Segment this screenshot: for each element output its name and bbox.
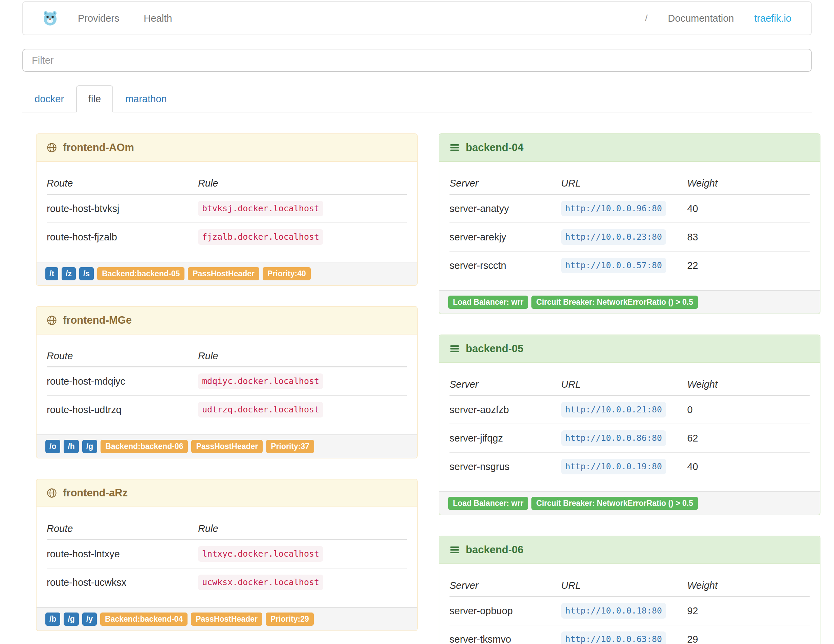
frontends-column: frontend-AOm Route Rule route-host-btvks… [36,133,418,644]
circuit-breaker-badge: Circuit Breaker: NetworkErrorRatio () > … [532,296,698,309]
filter-bar [22,49,812,72]
tab-marathon[interactable]: marathon [113,85,179,112]
server-url: http://10.0.0.21:80 [561,402,666,417]
servers-header-url: URL [561,575,687,597]
servers-table: Server URL Weight server-opbuop http://1… [449,575,810,644]
backend-panel-footer: Load Balancer: wrr Circuit Breaker: Netw… [439,491,820,515]
backend-panel-body: Server URL Weight server-anatyy http://1… [439,162,820,290]
nav-link-traefik-io[interactable]: traefik.io [754,13,791,24]
servers-header-url: URL [561,173,687,194]
server-url: http://10.0.0.57:80 [561,258,666,273]
traefik-logo[interactable] [42,10,58,26]
server-row: server-anatyy http://10.0.0.96:80 40 [449,194,810,223]
server-weight: 62 [687,424,810,452]
routes-table: Route Rule route-host-mdqiyc mdqiyc.dock… [47,345,407,424]
server-name: server-anatyy [449,194,561,223]
servers-header-server: Server [449,173,561,194]
backend-panel-body: Server URL Weight server-opbuop http://1… [439,564,820,644]
route-row: route-host-lntxye lntxye.docker.localhos… [47,540,407,568]
path-badge: /b [45,613,60,626]
backend-panel-heading: backend-06 [439,536,820,564]
server-list-icon [449,142,460,153]
route-rule: mdqiyc.docker.localhost [198,374,323,389]
nav-link-providers[interactable]: Providers [78,13,120,24]
servers-header-weight: Weight [687,374,810,395]
provider-content: frontend-AOm Route Rule route-host-btvks… [36,133,821,644]
server-row: server-aozfzb http://10.0.0.21:80 0 [449,395,810,424]
route-row: route-host-udtrzq udtrzq.docker.localhos… [47,395,407,424]
path-badge: /h [64,440,79,453]
backend-panel-heading: backend-04 [439,134,820,162]
tab-docker[interactable]: docker [22,85,76,112]
server-row: server-tksmvo http://10.0.0.63:80 29 [449,625,810,644]
routes-header-rule: Rule [198,173,407,194]
route-name: route-host-fjzalb [47,223,198,251]
server-url: http://10.0.0.63:80 [561,631,666,644]
backend-panel: backend-05 Server URL Weight server-aozf… [439,335,821,515]
frontend-panel: frontend-aRz Route Rule route-host-lntxy… [36,479,418,631]
server-list-icon [449,545,460,555]
route-row: route-host-btvksj btvksj.docker.localhos… [47,194,407,223]
server-url: http://10.0.0.86:80 [561,430,666,446]
routes-table: Route Rule route-host-lntxye lntxye.dock… [47,518,407,596]
routes-header-rule: Rule [198,518,407,540]
route-row: route-host-ucwksx ucwksx.docker.localhos… [47,568,407,596]
backend-panel-footer: Load Balancer: wrr Circuit Breaker: Netw… [439,290,820,314]
tab-file[interactable]: file [76,85,113,112]
frontend-panel: frontend-MGe Route Rule route-host-mdqiy… [36,306,418,458]
frontend-panel-body: Route Rule route-host-lntxye lntxye.dock… [37,507,417,607]
server-name: server-arekjy [449,223,561,251]
route-rule: lntxye.docker.localhost [198,546,323,562]
path-badge: /y [82,613,97,626]
frontend-title: frontend-aRz [63,486,128,500]
server-name: server-aozfzb [449,395,561,424]
server-name: server-nsgrus [449,452,561,481]
frontend-panel-heading: frontend-AOm [37,134,417,162]
routes-header-route: Route [47,173,198,194]
path-badge: /t [45,267,58,280]
globe-icon [47,488,57,498]
server-name: server-tksmvo [449,625,561,644]
server-row: server-jifqgz http://10.0.0.86:80 62 [449,424,810,452]
route-row: route-host-fjzalb fjzalb.docker.localhos… [47,223,407,251]
filter-input[interactable] [22,49,812,72]
pass-host-header-badge: PassHostHeader [191,613,262,626]
backend-ref-badge: Backend:backend-06 [100,440,188,453]
route-rule: btvksj.docker.localhost [198,201,323,216]
frontend-panel-heading: frontend-MGe [37,307,417,335]
priority-badge: Priority:37 [266,440,314,453]
server-name: server-rscctn [449,251,561,279]
servers-header-server: Server [449,575,561,597]
route-name: route-host-udtrzq [47,395,198,424]
frontend-panel-body: Route Rule route-host-btvksj btvksj.dock… [37,162,417,262]
server-url: http://10.0.0.23:80 [561,229,666,245]
server-weight: 83 [687,223,810,251]
frontend-panel: frontend-AOm Route Rule route-host-btvks… [36,133,418,286]
frontend-title: frontend-AOm [63,141,134,154]
pass-host-header-badge: PassHostHeader [191,440,263,453]
backend-ref-badge: Backend:backend-05 [97,267,184,280]
server-url: http://10.0.0.96:80 [561,201,666,216]
servers-header-server: Server [449,374,561,395]
server-row: server-arekjy http://10.0.0.23:80 83 [449,223,810,251]
frontend-title: frontend-MGe [63,314,132,327]
route-rule: ucwksx.docker.localhost [198,574,323,590]
backends-column: backend-04 Server URL Weight server-anat… [439,133,821,644]
nav-separator: / [645,13,648,24]
frontend-panel-heading: frontend-aRz [37,479,417,507]
path-badge: /g [64,613,79,626]
server-name: server-jifqgz [449,424,561,452]
server-name: server-opbuop [449,597,561,625]
nav-link-health[interactable]: Health [144,13,172,24]
backend-title: backend-05 [466,342,524,356]
server-row: server-rscctn http://10.0.0.57:80 22 [449,251,810,279]
frontend-panel-footer: /b /g /y Backend:backend-04 PassHostHead… [37,607,417,631]
nav-link-documentation[interactable]: Documentation [668,13,734,24]
servers-header-url: URL [561,374,687,395]
server-weight: 0 [687,395,810,424]
servers-header-weight: Weight [687,575,810,597]
routes-table: Route Rule route-host-btvksj btvksj.dock… [47,173,407,251]
servers-header-weight: Weight [687,173,810,194]
path-badge: /g [82,440,97,453]
server-row: server-opbuop http://10.0.0.18:80 92 [449,597,810,625]
